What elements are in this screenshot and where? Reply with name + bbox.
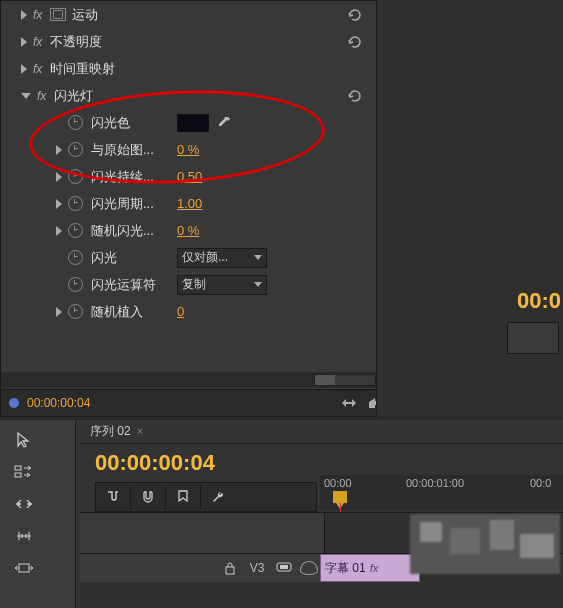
scroll-track[interactable]: [314, 374, 376, 386]
record-dot-icon[interactable]: [9, 398, 19, 408]
expand-icon[interactable]: [56, 172, 62, 182]
close-tab-icon[interactable]: ×: [137, 425, 143, 437]
svg-rect-1: [15, 473, 21, 477]
track-head-empty: [80, 513, 325, 553]
prop-value[interactable]: 1.00: [177, 196, 202, 211]
chevron-down-icon: [254, 255, 262, 260]
fx-badge: fx: [37, 89, 46, 103]
fx-badge: fx: [33, 62, 42, 76]
dropdown-value: 复制: [182, 276, 206, 293]
clip-fx-badge: fx: [370, 562, 379, 574]
prop-label: 闪光: [91, 249, 171, 267]
expand-icon[interactable]: [56, 307, 62, 317]
zoom-icon[interactable]: [340, 395, 358, 411]
track-header[interactable]: V3: [80, 554, 325, 582]
svg-rect-2: [19, 564, 29, 572]
timeline-tabbar: 序列 02×: [80, 420, 563, 444]
dropdown-flash-operator[interactable]: 复制: [177, 275, 267, 295]
prop-random-flash[interactable]: 随机闪光... 0 %: [1, 217, 376, 244]
stopwatch-icon[interactable]: [68, 277, 83, 292]
dropdown-flash-mode[interactable]: 仅对颜...: [177, 248, 267, 268]
expand-icon[interactable]: [56, 199, 62, 209]
svg-rect-0: [15, 466, 21, 470]
expand-icon[interactable]: [56, 145, 62, 155]
expand-icon[interactable]: [21, 10, 27, 20]
prop-label: 随机闪光...: [91, 222, 171, 240]
clip-title: 字幕 01: [325, 560, 366, 577]
timeline-timecode[interactable]: 00:00:00:04: [95, 450, 215, 476]
sequence-tab[interactable]: 序列 02×: [90, 423, 143, 440]
wrench-button[interactable]: [201, 485, 235, 509]
effect-label: 不透明度: [50, 33, 130, 51]
effect-label: 运动: [72, 6, 152, 24]
prop-label: 闪光持续...: [91, 168, 171, 186]
expand-icon[interactable]: [21, 64, 27, 74]
stopwatch-icon[interactable]: [68, 196, 83, 211]
eyedropper-icon[interactable]: [217, 116, 231, 130]
h-scrollbar[interactable]: [1, 372, 377, 388]
prop-value[interactable]: 0 %: [177, 142, 199, 157]
stopwatch-icon[interactable]: [68, 250, 83, 265]
chevron-down-icon: [254, 282, 262, 287]
prop-label: 随机植入: [91, 303, 171, 321]
svg-rect-5: [280, 565, 288, 569]
selection-tool-icon[interactable]: [10, 428, 38, 452]
stopwatch-icon[interactable]: [68, 142, 83, 157]
effect-strobe[interactable]: fx 闪光灯: [1, 82, 376, 109]
rate-stretch-tool-icon[interactable]: [10, 524, 38, 548]
effect-motion[interactable]: fx 运动: [1, 1, 376, 28]
timeline-ruler[interactable]: 00:00 00:00:01:00 00:0: [320, 475, 563, 510]
stopwatch-icon[interactable]: [68, 169, 83, 184]
prop-flash-operator[interactable]: 闪光运算符 复制: [1, 271, 376, 298]
clip-subtitle[interactable]: 字幕 01 fx: [320, 554, 420, 582]
effect-label: 闪光灯: [54, 87, 134, 105]
effect-timeremap[interactable]: fx 时间重映射: [1, 55, 376, 82]
color-swatch[interactable]: [177, 114, 209, 132]
mini-preview: [507, 322, 559, 354]
ruler-tick: 00:00: [324, 477, 352, 489]
prop-value[interactable]: 0.50: [177, 169, 202, 184]
collapse-icon[interactable]: [21, 93, 31, 99]
stopwatch-icon[interactable]: [68, 223, 83, 238]
stopwatch-icon[interactable]: [68, 115, 83, 130]
snap-button[interactable]: [96, 485, 131, 509]
marker-button[interactable]: [166, 485, 201, 509]
toggle-output-icon[interactable]: [276, 560, 292, 577]
lock-icon[interactable]: [224, 561, 238, 575]
fx-box-icon: [50, 8, 66, 21]
scroll-thumb[interactable]: [315, 375, 335, 385]
prop-label: 闪光运算符: [91, 276, 171, 294]
preview-strip: 00:0: [377, 0, 563, 415]
magnet-button[interactable]: [131, 485, 166, 509]
timecode-small[interactable]: 00:00:00:04: [27, 396, 90, 410]
timeline-panel: 序列 02× 00:00:00:04 00:00 00:00:01:00 00:…: [0, 420, 563, 608]
reset-icon[interactable]: [346, 88, 364, 104]
track-select-tool-icon[interactable]: [10, 460, 38, 484]
tab-label: 序列 02: [90, 424, 131, 438]
prop-flash-color[interactable]: 闪光色: [1, 109, 376, 136]
track-label: V3: [246, 561, 268, 575]
prop-blend-original[interactable]: 与原始图... 0 %: [1, 136, 376, 163]
effects-panel: fx 运动 fx 不透明度 fx 时间重映射 fx 闪光灯 闪光色 与原始图..…: [0, 0, 377, 417]
expand-icon[interactable]: [21, 37, 27, 47]
prop-random-seed[interactable]: 随机植入 0: [1, 298, 376, 325]
expand-icon[interactable]: [56, 226, 62, 236]
effect-opacity[interactable]: fx 不透明度: [1, 28, 376, 55]
prop-flash-duration[interactable]: 闪光持续... 0.50: [1, 163, 376, 190]
prop-value[interactable]: 0 %: [177, 223, 199, 238]
reset-icon[interactable]: [346, 34, 364, 50]
ripple-tool-icon[interactable]: [10, 492, 38, 516]
reset-icon[interactable]: [346, 7, 364, 23]
prop-flash-period[interactable]: 闪光周期... 1.00: [1, 190, 376, 217]
stopwatch-icon[interactable]: [68, 304, 83, 319]
slip-tool-icon[interactable]: [10, 556, 38, 580]
share-icon[interactable]: [366, 395, 377, 411]
dropdown-value: 仅对颜...: [182, 249, 228, 266]
tool-column: [0, 420, 76, 608]
prop-value[interactable]: 0: [177, 304, 184, 319]
prop-label: 闪光色: [91, 114, 171, 132]
playhead-marker-icon[interactable]: [333, 491, 347, 503]
prop-flash-mode[interactable]: 闪光 仅对颜...: [1, 244, 376, 271]
eye-icon[interactable]: [300, 561, 318, 575]
svg-rect-3: [226, 567, 234, 574]
